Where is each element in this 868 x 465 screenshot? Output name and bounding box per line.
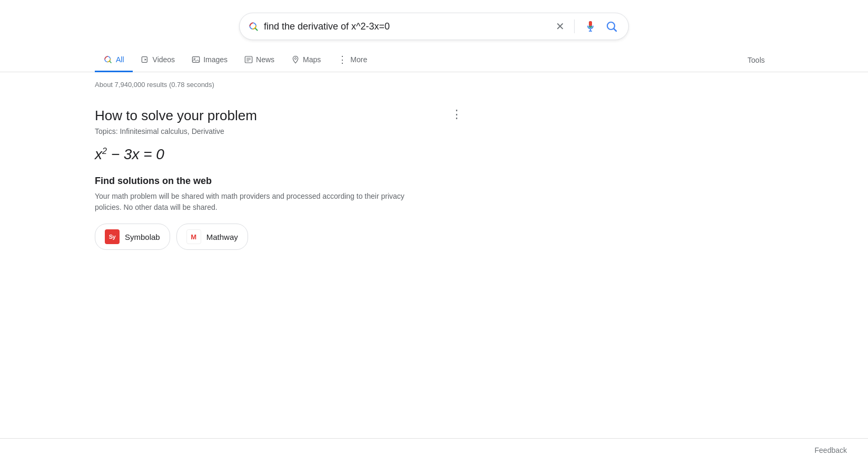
mathway-button[interactable]: M Mathway <box>176 224 248 250</box>
tab-tools[interactable]: Tools <box>739 50 773 71</box>
search-bar-divider <box>574 20 575 33</box>
svg-point-15 <box>294 57 296 59</box>
svg-line-4 <box>614 29 617 32</box>
results-count: About 7,940,000 results (0.78 seconds) <box>95 81 773 89</box>
provider-buttons: Sy Symbolab M Mathway <box>95 224 442 250</box>
solutions-disclaimer: Your math problem will be shared with ma… <box>95 191 432 213</box>
search-bar: ✕ <box>239 13 629 40</box>
tab-news[interactable]: News <box>236 49 283 72</box>
bottom-divider <box>0 438 868 439</box>
feedback-link[interactable]: Feedback <box>815 446 847 454</box>
tab-tools-label: Tools <box>747 56 765 64</box>
more-dots-icon: ⋮ <box>338 55 347 64</box>
tab-videos[interactable]: Videos <box>133 49 184 72</box>
navigation-tabs: All Videos Images <box>0 49 868 72</box>
equation-x: x2 − 3x = 0 <box>95 146 164 162</box>
tab-images[interactable]: Images <box>183 49 236 72</box>
videos-icon <box>141 55 150 64</box>
main-content: About 7,940,000 results (0.78 seconds) H… <box>0 72 868 267</box>
tab-images-label: Images <box>203 55 228 64</box>
news-icon <box>244 55 253 64</box>
images-icon <box>192 55 200 64</box>
mathway-logo: M <box>186 229 201 244</box>
solutions-heading: Find solutions on the web <box>95 176 442 187</box>
tab-maps[interactable]: Maps <box>283 49 329 72</box>
tab-all-label: All <box>116 55 124 64</box>
mathway-label: Mathway <box>206 232 238 241</box>
voice-search-button[interactable] <box>582 18 599 35</box>
card-more-options-button[interactable]: ⋮ <box>451 108 463 121</box>
feedback-label: Feedback <box>815 446 847 454</box>
svg-line-6 <box>110 61 111 63</box>
submit-search-button[interactable] <box>603 18 620 35</box>
maps-icon <box>291 55 300 64</box>
search-bar-icons: ✕ <box>554 18 620 35</box>
microphone-icon <box>584 20 597 33</box>
tab-all[interactable]: All <box>95 49 133 72</box>
tab-more-label: More <box>350 55 367 64</box>
symbolab-button[interactable]: Sy Symbolab <box>95 224 170 250</box>
tab-videos-label: Videos <box>153 55 175 64</box>
search-bar-google-icon <box>248 21 259 32</box>
clear-search-button[interactable]: ✕ <box>554 18 567 35</box>
symbolab-logo: Sy <box>105 229 120 244</box>
search-submit-icon <box>605 20 618 33</box>
tab-maps-label: Maps <box>303 55 321 64</box>
svg-marker-8 <box>144 59 146 61</box>
tab-news-label: News <box>256 55 274 64</box>
search-bar-container: ✕ <box>0 0 868 49</box>
all-tab-icon <box>103 55 113 64</box>
card-topics: Topics: Infinitesimal calculus, Derivati… <box>95 127 442 135</box>
card-title: How to solve your problem <box>95 108 442 124</box>
close-icon: ✕ <box>556 20 565 33</box>
tab-more[interactable]: ⋮ More <box>329 49 376 72</box>
featured-card: How to solve your problem Topics: Infini… <box>95 99 442 258</box>
symbolab-label: Symbolab <box>125 232 160 241</box>
search-input[interactable] <box>264 21 554 32</box>
math-equation: x2 − 3x = 0 <box>95 146 442 163</box>
